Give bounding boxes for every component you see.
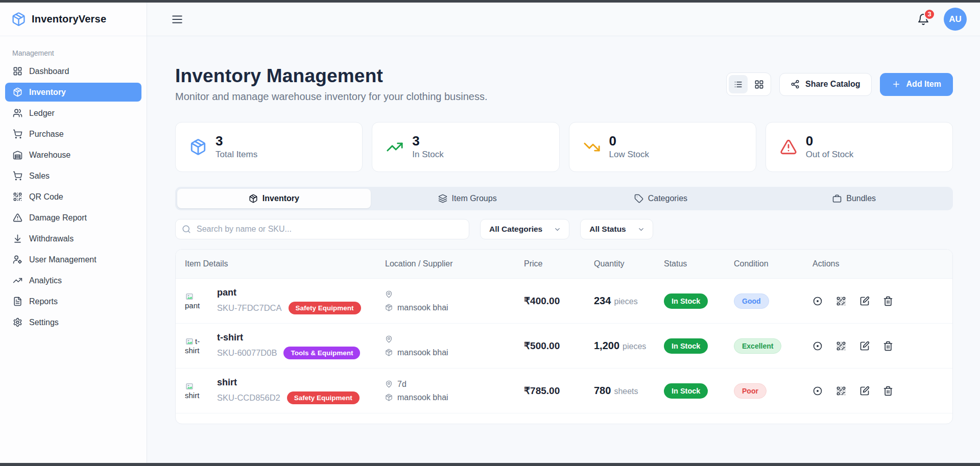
add-item-button[interactable]: Add Item [880, 73, 953, 96]
app-name: InventoryVerse [32, 13, 106, 25]
notification-count-badge: 3 [924, 9, 935, 20]
grid-view-button[interactable] [750, 75, 769, 93]
share-catalog-button[interactable]: Share Catalog [779, 73, 872, 96]
delete-icon[interactable] [883, 386, 893, 396]
sidebar-item-damage-report[interactable]: Damage Report [5, 208, 141, 227]
delete-icon[interactable] [883, 341, 893, 351]
plus-icon [892, 80, 901, 89]
table-row[interactable]: shirt shirt SKU-CCD856D2 Safety Equipmen… [176, 369, 952, 413]
edit-icon[interactable] [859, 386, 870, 396]
sidebar-item-label: Inventory [29, 88, 66, 97]
status-badge: In Stock [664, 338, 708, 354]
avatar[interactable]: AU [944, 8, 967, 31]
item-unit: sheets [614, 387, 638, 396]
search-input[interactable] [175, 219, 469, 239]
view-icon[interactable] [812, 296, 823, 306]
delete-icon[interactable] [883, 296, 893, 306]
column-header: Condition [734, 259, 804, 268]
layers-icon [438, 194, 447, 203]
item-sku: SKU-60077D0B [217, 348, 277, 358]
item-quantity: 234 [594, 295, 611, 306]
search-box [175, 219, 469, 239]
thumbnail-alt-text: shirt [185, 391, 199, 400]
column-header: Status [664, 259, 734, 268]
sidebar-item-inventory[interactable]: Inventory [5, 83, 141, 102]
column-header: Location / Supplier [385, 259, 524, 268]
stat-value: 3 [412, 134, 443, 148]
location-pin-icon [385, 380, 393, 388]
column-header: Actions [804, 259, 952, 268]
page-title: Inventory Management [175, 65, 487, 87]
view-toggle [726, 72, 771, 96]
qr-code-icon[interactable] [836, 296, 846, 306]
item-supplier: mansook bhai [397, 303, 448, 312]
stat-label: Low Stock [609, 150, 649, 160]
dashboard-grid-icon [13, 66, 22, 76]
tab-inventory[interactable]: Inventory [177, 189, 371, 208]
item-sku: SKU-7FDC7DCA [217, 303, 282, 313]
view-icon[interactable] [812, 341, 823, 351]
condition-badge: Excellent [734, 338, 781, 354]
sidebar-item-analytics[interactable]: Analytics [5, 271, 141, 290]
sidebar-item-ledger[interactable]: Ledger [5, 104, 141, 122]
sidebar-item-label: Withdrawals [29, 234, 74, 243]
supplier-box-icon [385, 304, 393, 311]
users-icon [13, 108, 22, 118]
qr-code-icon[interactable] [836, 386, 846, 396]
stat-card-low-stock: 0 Low Stock [569, 122, 756, 172]
sidebar-item-label: Warehouse [29, 151, 70, 160]
sidebar-item-user-management[interactable]: User Management [5, 250, 141, 269]
sidebar-item-sales[interactable]: Sales [5, 166, 141, 185]
list-view-button[interactable] [729, 75, 748, 93]
menu-icon[interactable] [171, 13, 184, 26]
notifications-button[interactable]: 3 [917, 13, 929, 26]
item-price: ₹785.00 [524, 385, 560, 396]
stat-card-in-stock: 3 In Stock [372, 122, 559, 172]
tab-label: Item Groups [452, 194, 497, 203]
view-icon[interactable] [812, 386, 823, 396]
category-filter-value: All Categories [489, 225, 542, 234]
share-icon [791, 80, 800, 89]
sidebar-item-reports[interactable]: Reports [5, 292, 141, 311]
item-name: shirt [217, 377, 360, 388]
table-row[interactable]: t-shirt t-shirt SKU-60077D0B Tools & Equ… [176, 324, 952, 369]
table-row[interactable]: pant pant SKU-7FDC7DCA Safety Equipment … [176, 279, 952, 324]
stat-value: 3 [216, 134, 257, 148]
tab-item-groups[interactable]: Item Groups [371, 189, 564, 208]
condition-badge: Good [734, 293, 769, 309]
sidebar-item-dashboard[interactable]: Dashboard [5, 62, 141, 81]
item-unit: pieces [623, 342, 646, 351]
category-filter-select[interactable]: All Categories [480, 219, 569, 239]
tab-bundles[interactable]: Bundles [757, 189, 951, 208]
broken-image-icon [185, 292, 194, 301]
window-top-strip [0, 0, 980, 3]
status-filter-select[interactable]: All Status [580, 219, 653, 239]
qr-code-icon[interactable] [836, 341, 846, 351]
sidebar-item-purchase[interactable]: Purchase [5, 125, 141, 143]
chevron-down-icon [554, 226, 561, 233]
topbar: 3 AU [147, 3, 980, 36]
sidebar-item-settings[interactable]: Settings [5, 313, 141, 332]
edit-icon[interactable] [859, 341, 870, 351]
item-price: ₹500.00 [524, 340, 560, 351]
edit-icon[interactable] [859, 296, 870, 306]
download-icon [13, 234, 22, 243]
sidebar-item-warehouse[interactable]: Warehouse [5, 145, 141, 164]
item-thumbnail-broken: pant [185, 292, 209, 310]
broken-image-icon [185, 337, 194, 346]
window-bottom-strip [0, 463, 980, 466]
location-pin-icon [385, 335, 393, 343]
sidebar-item-qr-code[interactable]: QR Code [5, 187, 141, 206]
inventory-box-icon [13, 87, 22, 97]
item-quantity: 780 [594, 385, 611, 396]
sidebar-item-label: Ledger [29, 109, 55, 118]
stat-card-out-of-stock: 0 Out of Stock [766, 122, 953, 172]
alert-triangle-icon [13, 213, 22, 223]
item-sku: SKU-CCD856D2 [217, 393, 280, 403]
tab-categories[interactable]: Categories [564, 189, 758, 208]
item-thumbnail-broken: t-shirt [185, 337, 209, 355]
gear-icon [13, 317, 22, 327]
list-view-icon [733, 80, 743, 89]
sidebar-item-withdrawals[interactable]: Withdrawals [5, 229, 141, 248]
share-catalog-label: Share Catalog [805, 80, 861, 89]
